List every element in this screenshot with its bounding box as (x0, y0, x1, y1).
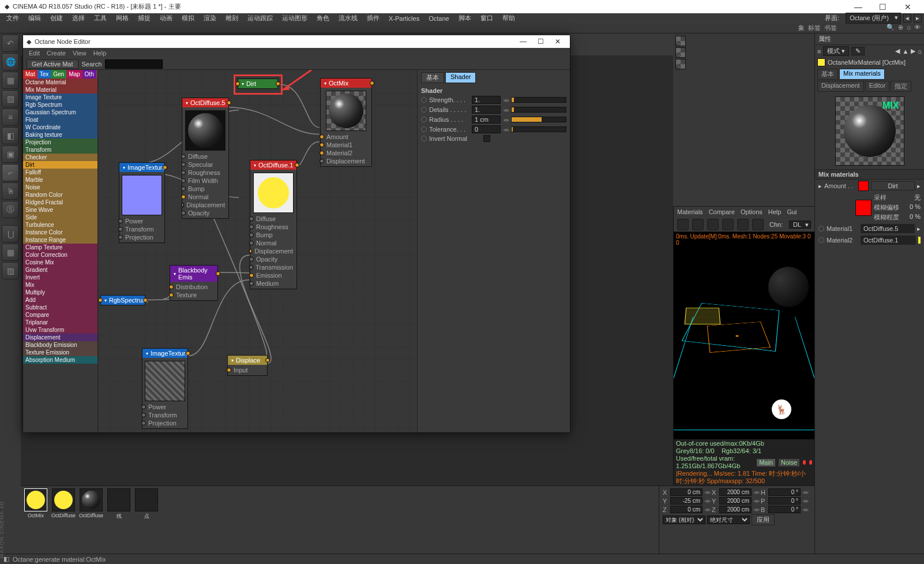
node-imagetexture-2[interactable]: ▾ImageTexture Power Transform Projection (142, 348, 188, 429)
node-dirt[interactable]: ▾Dirt (238, 79, 278, 89)
nav-up-icon[interactable]: ▲ (902, 48, 908, 55)
sidebar-item[interactable]: Subtract (23, 304, 97, 311)
tab-item[interactable]: 书签 (824, 24, 837, 32)
obj-mode-select[interactable]: 对象 (相对) (663, 516, 705, 524)
apply-button[interactable]: 应用 (752, 514, 775, 525)
radius-slider[interactable] (511, 117, 566, 122)
amount-swatch[interactable] (858, 181, 869, 191)
get-active-mat-button[interactable]: Get Active Mat (27, 59, 78, 69)
size-x[interactable] (719, 488, 752, 496)
sidebar-item[interactable]: Rgb Spectrum (23, 101, 97, 109)
sidebar-item[interactable]: Uvw Transform (23, 326, 97, 334)
node-graph-canvas[interactable]: ▾Dirt ▾OctMix Amount Material1 Material2 (98, 70, 417, 432)
node-menu-create[interactable]: Create (47, 50, 66, 57)
sidebar-item[interactable]: Texture Emission (23, 349, 97, 356)
sidebar-item[interactable]: Marble (23, 176, 97, 184)
clipboard-icon[interactable] (722, 219, 734, 230)
cat-tab-gen[interactable]: Gen (51, 70, 66, 79)
size-z[interactable] (719, 506, 752, 513)
sidebar-item[interactable]: Noise (23, 184, 97, 191)
sidebar-item[interactable]: Octane Material (23, 79, 97, 86)
sidebar-item[interactable]: Turbulence (23, 221, 97, 229)
hatch-icon[interactable]: ▨ (2, 262, 19, 279)
attr-tab[interactable]: 指定 (891, 81, 911, 92)
menu-item[interactable]: 角色 (313, 14, 333, 23)
mat1-menu-icon[interactable]: ▸ (917, 225, 921, 233)
menu-item[interactable]: 工具 (90, 14, 111, 23)
attr-edit-button[interactable]: ✎ (851, 47, 865, 55)
live-menu-materials[interactable]: Materials (677, 208, 703, 215)
undo-icon[interactable]: ↶ (2, 35, 19, 52)
nav-prev-icon[interactable]: ◀ (895, 47, 900, 55)
angle-icon[interactable]: ⌐ (2, 164, 19, 181)
lock-icon[interactable] (692, 219, 704, 230)
sidebar-item[interactable]: Blackbody Emission (23, 341, 97, 349)
menu-item[interactable]: 插件 (363, 14, 384, 23)
attr-menu-icon[interactable]: ≡ (817, 48, 821, 55)
coord-y[interactable] (670, 497, 703, 505)
sidebar-item[interactable]: Displacement (23, 334, 97, 341)
amount-menu-icon[interactable]: ▸ (917, 182, 921, 190)
menu-item[interactable]: 雕刻 (221, 14, 242, 23)
live-menu-help[interactable]: Help (768, 208, 782, 215)
tab-shader[interactable]: Shader (445, 72, 476, 83)
sidebar-item[interactable]: Checker (23, 154, 97, 161)
box-icon[interactable]: ◧ (2, 127, 19, 144)
tab-main[interactable]: Main (757, 459, 775, 466)
menu-item[interactable]: 运动图形 (278, 14, 311, 23)
tab-basic[interactable]: 基本 (421, 72, 444, 83)
details-field[interactable]: 1. (472, 106, 501, 114)
rot-h[interactable] (768, 488, 801, 496)
tab-item[interactable]: 象 (798, 24, 805, 32)
layout-dropdown[interactable]: Octane (用户) (846, 13, 901, 24)
material-thumb[interactable] (80, 488, 103, 511)
pin-icon[interactable] (737, 219, 749, 230)
mat-thumb-icon[interactable] (675, 59, 686, 69)
attr-tab[interactable]: Mix materials (839, 69, 885, 80)
checker-icon[interactable]: ▨ (2, 90, 19, 107)
nav-next-icon[interactable]: ▶ (911, 47, 915, 55)
zoom-icon[interactable]: ⊕ (898, 24, 903, 32)
sidebar-item[interactable]: Baking texture (23, 131, 97, 139)
sidebar-item[interactable]: Transform (23, 146, 97, 154)
node-rgbspectrum[interactable]: ▾RgbSpectrum (100, 295, 145, 305)
menu-item[interactable]: 创建 (46, 14, 67, 23)
node-menu-edit[interactable]: Edit (29, 50, 40, 57)
node-close-button[interactable]: ✕ (549, 38, 566, 46)
sidebar-item[interactable]: Color Correction (23, 251, 97, 259)
sidebar-item[interactable]: Sine Wave (23, 206, 97, 214)
rot-b[interactable] (768, 506, 801, 513)
material-thumb[interactable] (135, 488, 158, 511)
layout-next-icon[interactable]: ▸ (914, 14, 922, 23)
sidebar-item[interactable]: W Coordinate (23, 124, 97, 131)
cat-tab-mat[interactable]: Mat (23, 70, 37, 79)
tab-noise[interactable]: Noise (779, 459, 799, 466)
sidebar-item[interactable]: Clamp Texture (23, 244, 97, 251)
menu-item[interactable]: 帮助 (498, 14, 519, 23)
home-icon[interactable]: ⌂ (907, 24, 911, 32)
globe-icon[interactable]: 🌐 (2, 53, 19, 70)
layout-prev-icon[interactable]: ◂ (903, 14, 911, 23)
expand-icon[interactable]: ▸ (818, 182, 822, 190)
node-menu-view[interactable]: View (73, 50, 87, 57)
radius-field[interactable]: 1 cm (472, 115, 501, 124)
tolerance-field[interactable]: 0 (472, 125, 501, 133)
menu-item[interactable]: 模拟 (178, 14, 198, 23)
gear-icon[interactable] (677, 219, 689, 230)
menu-item[interactable]: 运动跟踪 (243, 14, 277, 23)
mouse-icon[interactable]: 🖱 (2, 182, 19, 200)
menu-item[interactable]: 动画 (156, 14, 176, 23)
strength-field[interactable]: 1. (472, 96, 501, 104)
sidebar-item[interactable]: Random Color (23, 191, 97, 199)
channel-dropdown[interactable]: DL (789, 221, 811, 229)
mode-dropdown[interactable]: 模式 ▾ (823, 46, 849, 56)
coord-x[interactable] (670, 488, 703, 496)
live-menu-compare[interactable]: Compare (709, 208, 735, 215)
sidebar-item[interactable]: Add (23, 296, 97, 304)
cat-tab-map[interactable]: Map (66, 70, 82, 79)
material1-field[interactable]: OctDiffuse.5 (861, 224, 915, 233)
sidebar-item[interactable]: Gaussian Spectrum (23, 109, 97, 116)
menu-item[interactable]: Octane (425, 15, 453, 22)
menu-item[interactable]: 捕捉 (134, 14, 155, 23)
live-menu-gui[interactable]: Gui (787, 208, 797, 215)
